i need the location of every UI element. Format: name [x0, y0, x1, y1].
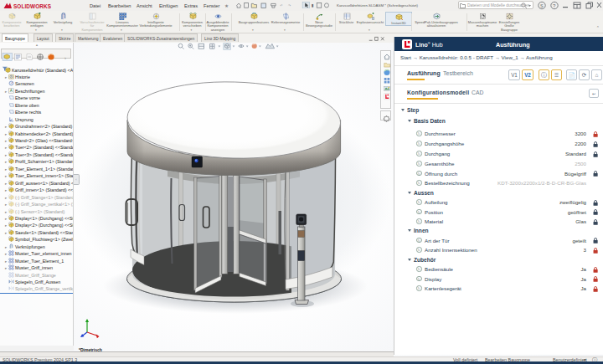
svg-text:↷: ↷ [288, 3, 291, 8]
svg-text:›: › [64, 55, 66, 60]
svg-text:?: ? [553, 3, 556, 8]
svg-text:S: S [540, 3, 544, 8]
svg-text:▮: ▮ [312, 3, 314, 8]
svg-text:SOLIDWORKS: SOLIDWORKS [13, 3, 52, 9]
svg-text:↶: ↶ [281, 3, 283, 8]
